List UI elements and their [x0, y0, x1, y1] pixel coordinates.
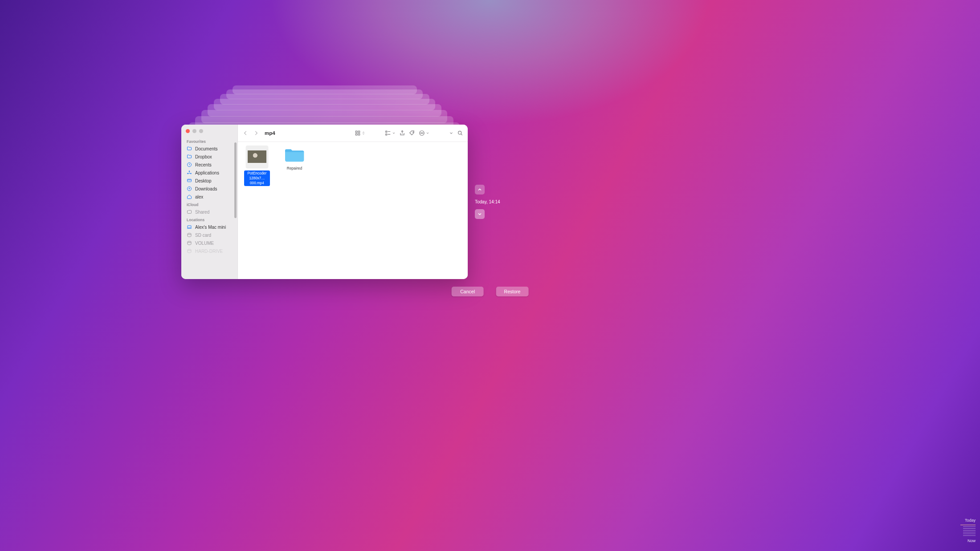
nav-forward-button[interactable] — [253, 130, 259, 136]
sidebar-item-harddrive[interactable]: HARD-DRIVE — [181, 247, 237, 255]
timeline-tick — [960, 525, 976, 525]
svg-rect-10 — [358, 134, 360, 135]
folder-icon — [284, 146, 305, 163]
tags-button[interactable] — [409, 130, 415, 136]
group-button[interactable] — [385, 130, 396, 136]
disk-icon — [187, 248, 192, 254]
dropdown-chevron-icon[interactable] — [449, 131, 453, 135]
window-title: mp4 — [265, 130, 275, 136]
sidebar-item-label: Applications — [195, 170, 219, 175]
nav-back-button[interactable] — [242, 130, 249, 136]
svg-point-6 — [188, 249, 191, 251]
file-item-folder[interactable]: Repaired — [282, 146, 307, 170]
svg-point-13 — [413, 132, 413, 132]
sidebar-heading-icloud: iCloud — [181, 201, 237, 208]
sidebar-item-volume[interactable]: VOLUME — [181, 239, 237, 247]
svg-rect-8 — [358, 131, 360, 133]
timeline-prev-button[interactable] — [475, 185, 485, 194]
sidebar: Favourites Documents Dropbox Recents App… — [181, 125, 238, 279]
sidebar-item-label: HARD-DRIVE — [195, 249, 223, 254]
search-button[interactable] — [457, 130, 463, 136]
timeline-navigator: Today, 14:14 — [475, 185, 506, 219]
timeline-label-today: Today — [965, 518, 976, 523]
svg-rect-9 — [355, 134, 357, 135]
svg-point-15 — [421, 133, 421, 133]
timeline-current-label: Today, 14:14 — [475, 199, 500, 204]
apps-icon — [187, 170, 192, 175]
clock-icon — [187, 162, 192, 167]
shared-icon — [187, 209, 192, 215]
svg-point-16 — [421, 133, 422, 133]
sidebar-item-dropbox[interactable]: Dropbox — [181, 153, 237, 161]
disk-icon — [187, 240, 192, 246]
sidebar-item-label: Shared — [195, 210, 209, 215]
svg-rect-12 — [386, 134, 387, 135]
folder-icon — [187, 154, 192, 159]
sidebar-item-recents[interactable]: Recents — [181, 161, 237, 169]
sidebar-item-label: Documents — [195, 146, 218, 151]
timeline-label-now: Now — [968, 539, 976, 543]
sidebar-heading-locations: Locations — [181, 216, 237, 223]
sidebar-item-downloads[interactable]: Downloads — [181, 185, 237, 193]
timeline-tick — [963, 535, 976, 536]
svg-point-18 — [458, 131, 461, 134]
svg-point-5 — [188, 241, 191, 243]
sidebar-item-desktop[interactable]: Desktop — [181, 177, 237, 185]
sidebar-item-shared[interactable]: Shared — [181, 208, 237, 216]
disk-icon — [187, 232, 192, 238]
timeline-tick — [963, 530, 976, 531]
timeline-tick — [963, 534, 976, 534]
window-controls — [181, 129, 237, 138]
folder-icon — [187, 178, 192, 183]
file-name-selected: PotEncoder1280x7…000.mp4 — [244, 170, 270, 186]
sidebar-item-documents[interactable]: Documents — [181, 145, 237, 153]
restore-button[interactable]: Restore — [496, 287, 529, 296]
svg-point-17 — [423, 133, 423, 133]
svg-rect-11 — [386, 131, 387, 132]
timeline-tick — [963, 528, 976, 529]
file-grid: PotEncoder1280x7…000.mp4 Repaired — [238, 142, 468, 279]
sidebar-item-label: Downloads — [195, 186, 217, 191]
sidebar-item-applications[interactable]: Applications — [181, 169, 237, 177]
finder-window: Favourites Documents Dropbox Recents App… — [181, 125, 468, 279]
svg-rect-1 — [188, 179, 192, 182]
sidebar-heading-favourites: Favourites — [181, 138, 237, 145]
laptop-icon — [187, 224, 192, 230]
timeline-tick — [963, 532, 976, 532]
folder-icon — [187, 146, 192, 151]
sidebar-item-label: alex — [195, 194, 203, 199]
sidebar-item-label: SD card — [195, 233, 211, 238]
sidebar-item-label: Dropbox — [195, 154, 212, 159]
content-area: mp4 — [238, 125, 468, 279]
sidebar-item-home[interactable]: alex — [181, 193, 237, 201]
svg-rect-3 — [188, 226, 191, 228]
file-item-video[interactable]: PotEncoder1280x7…000.mp4 — [244, 146, 270, 186]
sidebar-item-mac-mini[interactable]: Alex's Mac mini — [181, 223, 237, 231]
home-icon — [187, 194, 192, 199]
timeline-tick — [963, 527, 976, 527]
action-bar: Cancel Restore — [452, 287, 529, 296]
sidebar-scrollbar[interactable] — [234, 142, 237, 218]
toolbar: mp4 — [238, 125, 468, 142]
cancel-button[interactable]: Cancel — [452, 287, 484, 296]
svg-rect-7 — [355, 131, 357, 133]
svg-point-4 — [188, 233, 191, 235]
desktop-background — [0, 0, 980, 551]
sidebar-item-label: Alex's Mac mini — [195, 225, 226, 230]
close-window-button[interactable] — [186, 129, 190, 133]
download-icon — [187, 186, 192, 191]
sidebar-item-label: Recents — [195, 162, 212, 167]
video-thumbnail — [246, 146, 268, 168]
view-mode-button[interactable] — [355, 130, 365, 136]
timeline-next-button[interactable] — [475, 209, 485, 219]
timeline-ruler[interactable]: Today Now — [949, 518, 976, 544]
sidebar-item-sdcard[interactable]: SD card — [181, 231, 237, 239]
fullscreen-window-button[interactable] — [199, 129, 203, 133]
more-button[interactable] — [419, 130, 429, 136]
share-button[interactable] — [399, 130, 405, 136]
file-name: Repaired — [287, 166, 302, 170]
minimize-window-button[interactable] — [192, 129, 196, 133]
sidebar-item-label: Desktop — [195, 178, 212, 183]
sidebar-item-label: VOLUME — [195, 241, 214, 246]
